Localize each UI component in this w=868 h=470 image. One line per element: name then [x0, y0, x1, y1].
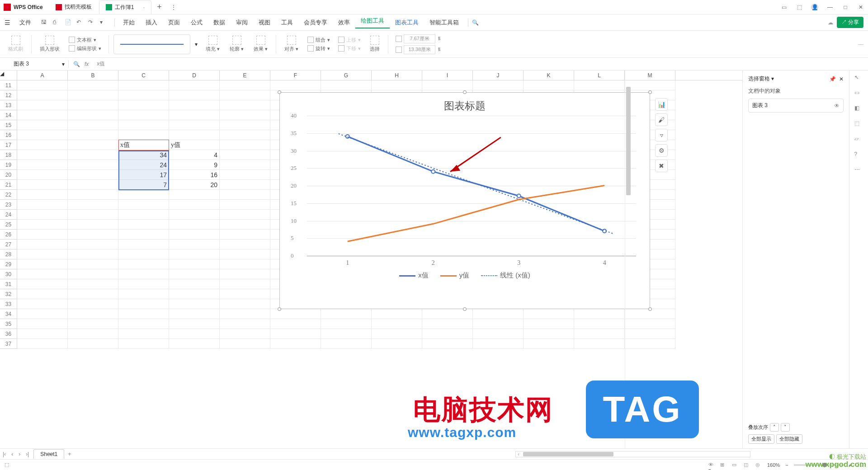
chart-style-icon[interactable]: 🖌 — [655, 113, 668, 126]
cell[interactable] — [473, 80, 524, 90]
menu-member[interactable]: 会员专享 — [298, 19, 333, 27]
cell[interactable] — [524, 309, 574, 319]
menu-smart[interactable]: 智能工具箱 — [424, 19, 464, 27]
cell[interactable] — [68, 230, 118, 240]
sheet-tab[interactable]: Sheet1 — [33, 449, 64, 459]
hamburger-icon[interactable]: ☰ — [5, 19, 10, 26]
collapse-ribbon-icon[interactable]: — — [858, 41, 863, 47]
cell[interactable] — [220, 100, 270, 110]
cell[interactable] — [17, 240, 68, 249]
chart-title[interactable]: 图表标题 — [280, 93, 650, 116]
undo-icon[interactable]: ↶ — [76, 19, 84, 26]
col-header[interactable]: L — [574, 70, 625, 80]
insert-shape-button[interactable]: 插入形状 — [36, 36, 63, 52]
col-header[interactable]: J — [473, 70, 524, 80]
cell[interactable] — [118, 309, 169, 319]
cell[interactable] — [118, 220, 169, 230]
resize-handle[interactable] — [278, 307, 281, 311]
cell[interactable] — [68, 329, 118, 339]
cell[interactable] — [574, 339, 625, 349]
cell[interactable] — [220, 230, 270, 240]
cell[interactable] — [68, 90, 118, 100]
resize-handle[interactable] — [648, 90, 652, 94]
cell[interactable] — [17, 200, 68, 210]
format-icon[interactable]: ⬚ — [854, 120, 863, 129]
cell[interactable] — [372, 80, 422, 90]
fx-icon[interactable]: fx — [85, 61, 89, 67]
cell[interactable] — [220, 170, 270, 180]
row-header[interactable]: 24 — [0, 210, 17, 220]
cell[interactable] — [372, 309, 422, 319]
cell[interactable] — [68, 210, 118, 220]
row-header[interactable]: 30 — [0, 269, 17, 279]
group-button[interactable]: 组合 ▾ — [307, 37, 330, 43]
cell[interactable] — [321, 80, 372, 90]
cell[interactable] — [220, 249, 270, 259]
cell[interactable] — [220, 110, 270, 120]
zoom-out-icon[interactable]: − — [785, 462, 788, 468]
chart-filter-icon[interactable]: ▿ — [655, 129, 668, 141]
hide-all-button[interactable]: 全部隐藏 — [776, 434, 802, 444]
row-header[interactable]: 36 — [0, 329, 17, 339]
add-sheet-button[interactable]: + — [64, 451, 75, 457]
cell[interactable] — [169, 259, 220, 269]
cell[interactable] — [169, 120, 220, 130]
cell[interactable] — [68, 170, 118, 180]
chart-legend[interactable]: x值 y值 线性 (x值) — [280, 256, 650, 284]
cell[interactable] — [524, 80, 574, 90]
col-header[interactable]: K — [524, 70, 574, 80]
resize-handle[interactable] — [463, 90, 467, 94]
cell[interactable] — [625, 319, 675, 329]
col-header[interactable]: G — [321, 70, 372, 80]
cell[interactable] — [169, 130, 220, 140]
cell[interactable] — [17, 309, 68, 319]
cell[interactable] — [473, 339, 524, 349]
cell[interactable] — [68, 279, 118, 289]
redo-icon[interactable]: ↷ — [88, 19, 95, 26]
cell[interactable] — [625, 339, 675, 349]
cell[interactable]: 17 — [118, 170, 169, 180]
cell[interactable] — [169, 319, 220, 329]
cell[interactable] — [169, 210, 220, 220]
cell[interactable] — [220, 120, 270, 130]
save-icon[interactable]: 🖫 — [41, 19, 48, 26]
sheet-next-icon[interactable]: › — [16, 451, 23, 457]
zoom-value[interactable]: 160% — [767, 462, 780, 468]
reading-mode-icon[interactable]: ▭ — [780, 4, 788, 11]
cell[interactable] — [574, 319, 625, 329]
cell[interactable] — [17, 259, 68, 269]
file-menu[interactable]: 文件 — [14, 19, 37, 27]
cell[interactable] — [68, 150, 118, 160]
cell[interactable] — [422, 329, 473, 339]
cell[interactable] — [68, 220, 118, 230]
menu-draw-tools[interactable]: 绘图工具 — [355, 17, 390, 28]
cell[interactable] — [220, 140, 270, 150]
tab-workbook[interactable]: 工作簿1 · — [99, 0, 152, 14]
cell[interactable] — [372, 319, 422, 329]
cell[interactable] — [169, 200, 220, 210]
sheet-first-icon[interactable]: |‹ — [0, 451, 9, 457]
cell[interactable] — [169, 220, 220, 230]
col-header[interactable]: A — [17, 70, 68, 80]
cell[interactable]: 24 — [118, 160, 169, 170]
cell[interactable] — [17, 180, 68, 190]
sheet-prev-icon[interactable]: ‹ — [9, 451, 16, 457]
row-header[interactable]: 14 — [0, 110, 17, 120]
horizontal-scrollbar[interactable]: ‹ — [515, 451, 750, 457]
cell[interactable] — [169, 269, 220, 279]
cell[interactable] — [169, 240, 220, 249]
chart-plot-area[interactable]: 0510152025303540 1234 — [307, 116, 636, 256]
share-button[interactable]: ↗ 分享 — [837, 17, 863, 28]
cell[interactable] — [68, 100, 118, 110]
cell[interactable] — [68, 240, 118, 249]
cell[interactable] — [220, 200, 270, 210]
cell[interactable] — [118, 319, 169, 329]
cell[interactable] — [524, 329, 574, 339]
row-header[interactable]: 21 — [0, 180, 17, 190]
cell[interactable] — [118, 230, 169, 240]
cell[interactable] — [220, 90, 270, 100]
cell[interactable] — [473, 329, 524, 339]
row-header[interactable]: 15 — [0, 120, 17, 130]
cell[interactable] — [220, 240, 270, 249]
cell[interactable] — [270, 329, 321, 339]
